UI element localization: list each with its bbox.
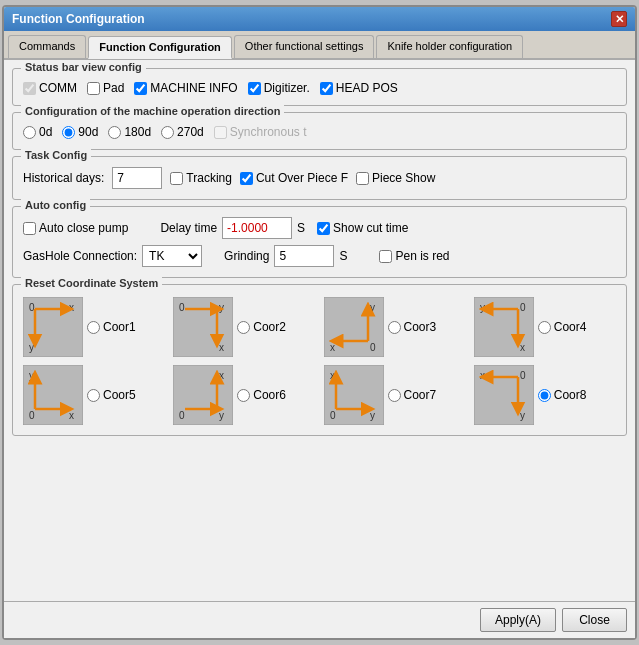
auto-close-pump-label: Auto close pump (39, 221, 128, 235)
machine-info-checkbox[interactable] (134, 82, 147, 95)
svg-text:0: 0 (179, 302, 185, 313)
coor3-label: Coor3 (404, 320, 437, 334)
close-button[interactable]: Close (562, 608, 627, 632)
coor8-radio[interactable] (538, 389, 551, 402)
dir-0d-item: 0d (23, 125, 52, 139)
tracking-label: Tracking (186, 171, 232, 185)
cut-over-checkbox[interactable] (240, 172, 253, 185)
dir-270d-label: 270d (177, 125, 204, 139)
window-title: Function Configuration (12, 12, 145, 26)
coor1-radio[interactable] (87, 321, 100, 334)
coor4-icon: y 0 x (474, 297, 534, 357)
coor5-radio[interactable] (87, 389, 100, 402)
dir-0d-radio[interactable] (23, 126, 36, 139)
grinding-unit: S (339, 249, 347, 263)
pen-is-red-checkbox[interactable] (379, 250, 392, 263)
pen-is-red-label: Pen is red (395, 249, 449, 263)
historical-days-label: Historical days: (23, 171, 104, 185)
coor4-radio[interactable] (538, 321, 551, 334)
svg-text:0: 0 (179, 410, 185, 421)
svg-text:x: x (69, 302, 74, 313)
coor3-radio-row: Coor3 (388, 320, 437, 334)
reset-coord-group: Reset Coordinate System 0 x y (12, 284, 627, 436)
synchronous-checkbox[interactable] (214, 126, 227, 139)
show-cut-time-label: Show cut time (333, 221, 408, 235)
status-bar-group: Status bar view config COMM Pad MACHINE … (12, 68, 627, 106)
coor1-item: 0 x y Coor1 (23, 297, 165, 357)
coor5-label: Coor5 (103, 388, 136, 402)
status-bar-label: Status bar view config (21, 61, 146, 73)
comm-checkbox[interactable] (23, 82, 36, 95)
coor8-radio-row: Coor8 (538, 388, 587, 402)
digitizer-checkbox-item: Digitizer. (248, 81, 310, 95)
gashole-label: GasHole Connection: (23, 249, 137, 263)
delay-time-label: Delay time (160, 221, 217, 235)
svg-text:y: y (370, 302, 375, 313)
coor3-radio[interactable] (388, 321, 401, 334)
tab-function-config[interactable]: Function Configuration (88, 36, 232, 59)
gashole-select[interactable]: TK (142, 245, 202, 267)
coor7-label: Coor7 (404, 388, 437, 402)
reset-coord-label: Reset Coordinate System (21, 277, 162, 289)
dir-270d-radio[interactable] (161, 126, 174, 139)
apply-button[interactable]: Apply(A) (480, 608, 556, 632)
pad-checkbox[interactable] (87, 82, 100, 95)
tab-other-functional[interactable]: Other functional settings (234, 35, 375, 58)
tab-commands[interactable]: Commands (8, 35, 86, 58)
machine-direction-label: Configuration of the machine operation d… (21, 105, 284, 117)
dir-90d-item: 90d (62, 125, 98, 139)
svg-text:y: y (219, 410, 224, 421)
main-window: Function Configuration ✕ Commands Functi… (2, 5, 637, 640)
historical-days-input[interactable] (112, 167, 162, 189)
pad-label: Pad (103, 81, 124, 95)
close-icon[interactable]: ✕ (611, 11, 627, 27)
coor1-radio-row: Coor1 (87, 320, 136, 334)
coor3-icon: x 0 y (324, 297, 384, 357)
cut-over-item: Cut Over Piece F (240, 171, 348, 185)
coor7-icon: x y 0 (324, 365, 384, 425)
coor5-icon: y 0 x (23, 365, 83, 425)
comm-label: COMM (39, 81, 77, 95)
piece-show-label: Piece Show (372, 171, 435, 185)
coor2-radio[interactable] (237, 321, 250, 334)
svg-text:x: x (330, 342, 335, 353)
auto-close-pump-checkbox[interactable] (23, 222, 36, 235)
coor1-label: Coor1 (103, 320, 136, 334)
delay-time-input[interactable] (222, 217, 292, 239)
grinding-input[interactable] (274, 245, 334, 267)
grinding-label: Grinding (224, 249, 269, 263)
dir-90d-radio[interactable] (62, 126, 75, 139)
pad-checkbox-item: Pad (87, 81, 124, 95)
head-pos-checkbox-item: HEAD POS (320, 81, 398, 95)
machine-info-label: MACHINE INFO (150, 81, 237, 95)
auto-config-group: Auto config Auto close pump Delay time S… (12, 206, 627, 278)
pen-is-red-item: Pen is red (379, 249, 449, 263)
head-pos-label: HEAD POS (336, 81, 398, 95)
svg-text:y: y (219, 302, 224, 313)
coor2-radio-row: Coor2 (237, 320, 286, 334)
tab-knife-holder[interactable]: Knife holder configuration (376, 35, 523, 58)
head-pos-checkbox[interactable] (320, 82, 333, 95)
tab-bar: Commands Function Configuration Other fu… (4, 31, 635, 60)
dir-180d-radio[interactable] (108, 126, 121, 139)
title-bar: Function Configuration ✕ (4, 7, 635, 31)
coor4-item: y 0 x Coor4 (474, 297, 616, 357)
synchronous-label: Synchronous t (230, 125, 307, 139)
svg-text:y: y (370, 410, 375, 421)
delay-time-unit: S (297, 221, 305, 235)
svg-text:x: x (219, 370, 224, 381)
svg-text:y: y (520, 410, 525, 421)
auto-config-label: Auto config (21, 199, 90, 211)
synchronous-item: Synchronous t (214, 125, 307, 139)
svg-text:0: 0 (520, 370, 526, 381)
piece-show-checkbox[interactable] (356, 172, 369, 185)
tab-content: Status bar view config COMM Pad MACHINE … (4, 60, 635, 601)
tracking-checkbox[interactable] (170, 172, 183, 185)
coor6-radio[interactable] (237, 389, 250, 402)
svg-text:x: x (520, 342, 525, 353)
coor7-radio[interactable] (388, 389, 401, 402)
task-config-label: Task Config (21, 149, 91, 161)
cut-over-label: Cut Over Piece F (256, 171, 348, 185)
digitizer-checkbox[interactable] (248, 82, 261, 95)
show-cut-time-checkbox[interactable] (317, 222, 330, 235)
